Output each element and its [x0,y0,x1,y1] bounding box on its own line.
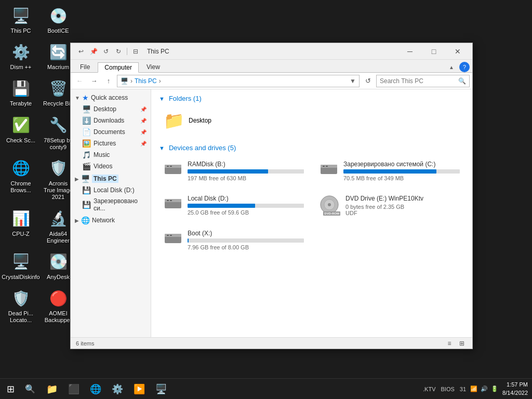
chrome-icon[interactable]: 🌐 Chrome Brows... [3,155,39,204]
refresh-button[interactable]: ↺ [362,75,374,87]
ramdisk-drive-icon [164,161,182,180]
taskbar-remote[interactable]: 🖥️ [151,379,171,400]
ramdisk-item[interactable]: RAMDisk (B:) 197 MB free of 630 MB [159,157,309,185]
boot-x-bar-fill [188,238,189,243]
nav-music[interactable]: 🎵 Music [71,149,151,161]
ribbon-right: ▲ ? [446,62,470,72]
78setup-label: 78Setup by conty9 [43,137,74,151]
svg-rect-19 [170,235,172,236]
nav-documents-label: Documents [94,128,125,136]
grid-view-button[interactable]: ⊞ [457,339,467,348]
desktop-folder-item[interactable]: 📁 Desktop [159,108,263,134]
dvd-e-info: DVD Drive (E:) WinPE10Ktv 0 bytes free o… [345,195,460,216]
start-button[interactable]: ⊞ [0,379,21,400]
ramdisk-bar-bg [188,169,304,174]
dvd-e-drive-icon: DVD-ROM [320,195,340,216]
search-input[interactable] [380,77,456,85]
nav-documents[interactable]: 📄 Documents 📌 [71,126,151,138]
nav-pictures-label: Pictures [94,140,116,147]
tab-file[interactable]: File [73,62,97,72]
start-icon: ⊞ [7,383,15,395]
taskbar-clock[interactable]: 1:57 PM 8/14/2022 [502,381,528,397]
search-box[interactable]: 🔍 [376,75,470,87]
this-pc-section: ▶ 🖥️ This PC 💾 Local Disk (D:) 💾 Зарезер… [71,173,151,214]
this-pc-icon[interactable]: 🖥️ This PC [3,3,39,37]
nav-downloads-label: Downloads [94,117,124,124]
list-view-button[interactable]: ≡ [444,339,455,348]
bios-label: BIOS [441,386,455,392]
nav-videos[interactable]: 🎬 Videos [71,161,151,172]
ribbon-expand[interactable]: ▲ [446,63,457,71]
nav-local-disk-label: Local Disk (D:) [94,187,135,194]
undo-btn[interactable]: ↺ [101,46,111,57]
terabyte-icon[interactable]: 💾 Terabyte [3,75,39,110]
this-pc-nav-header[interactable]: ▶ 🖥️ This PC [71,173,151,184]
minimize-button[interactable]: ─ [398,43,422,60]
ribbon-tabs: File Computer View ▲ ? [71,60,472,72]
quick-access-header[interactable]: ▼ ★ Quick access [71,92,151,103]
properties-btn[interactable]: ⊟ [130,46,141,57]
taskbar-settings[interactable]: ⚙️ [107,379,128,400]
desktop: 🖥️ This PC 💿 BootICE ⚙️ Dism ++ 🔄 Macriu… [0,0,532,399]
anydesk-icon[interactable]: 🖥️ CrystalDiskinfo [3,249,39,283]
dvd-e-item[interactable]: DVD-ROM DVD Drive (E:) WinPE10Ktv 0 byte… [315,191,464,220]
taskbar-search-button[interactable]: 🔍 [21,379,39,400]
this-pc-nav-icon: 🖥️ [81,175,90,183]
macrium-label: Macrium [47,64,69,71]
nav-zarezervovano[interactable]: 💾 Зарезервовано си... [71,196,151,214]
tab-view[interactable]: View [140,62,167,72]
address-box[interactable]: 🖥️ › This PC › ▼ [117,75,360,87]
boot-x-free: 7.96 GB free of 8.00 GB [188,244,304,250]
title-bar: ↩ 📌 ↺ ↻ ⊟ This PC ─ □ ✕ [71,43,472,60]
ramdisk-free: 197 MB free of 630 MB [188,175,304,181]
acronis-label: Acronis True Image 2021 [43,180,74,201]
taskbar: ⊞ 🔍 📁 ⬛ 🌐 ⚙️ ▶️ 🖥️ .KTV BIOS 31 📶 🔊 🔋 [0,378,532,399]
address-path: This PC [135,77,157,85]
drives-section-header[interactable]: ▼ Devices and drives (5) [159,144,464,152]
nav-music-icon: 🎵 [82,151,91,159]
help-button[interactable]: ? [459,62,470,72]
cpuz-icon[interactable]: 📊 CPU-Z [3,206,39,247]
bootice-icon[interactable]: 💿 BootICE [40,3,76,37]
nav-pictures[interactable]: 🖼️ Pictures 📌 [71,138,151,149]
aomei-icon[interactable]: 🛡️ Dead Pi... Locato... [3,285,39,326]
network-header[interactable]: ▶ 🌐 Network [71,215,151,226]
back-button[interactable]: ← [73,75,86,87]
aida64-label: Aida64 Engineer [43,231,74,244]
crystaldisk-label: AnyDesk [47,274,70,281]
network-tray-icon[interactable]: 📶 [470,385,477,392]
local-d-item[interactable]: Local Disk (D:) 25.0 GB free of 59.6 GB [159,191,309,220]
checksc-icon[interactable]: ✅ Check Sc... [3,112,39,153]
qa-btn-1[interactable]: ↩ [76,46,86,57]
crystaldisk-img: 💽 [48,251,69,272]
redo-btn[interactable]: ↻ [113,46,124,57]
desktop-folder-label: Desktop [189,117,211,124]
status-bar: 6 items ≡ ⊞ [71,337,472,349]
bootice-img: 💿 [48,5,69,26]
tab-computer[interactable]: Computer [98,62,139,73]
qa-btn-2[interactable]: 📌 [88,46,99,57]
quick-access-toolbar: ↩ 📌 ↺ ↻ ⊟ This PC [73,46,398,57]
nav-videos-icon: 🎬 [82,162,91,170]
svg-rect-6 [323,166,325,167]
taskbar-globe[interactable]: 🌐 [85,379,106,400]
close-button[interactable]: ✕ [446,43,470,60]
boot-x-drive-icon [164,230,182,249]
boot-x-item[interactable]: Boot (X:) 7.96 GB free of 8.00 GB [159,226,309,254]
taskbar-cmd[interactable]: ⬛ [63,379,84,400]
nav-downloads[interactable]: ⬇️ Downloads 📌 [71,115,151,126]
address-dropdown[interactable]: ▼ [350,77,356,85]
taskbar-file-explorer[interactable]: 📁 [42,379,62,400]
nav-local-disk[interactable]: 💾 Local Disk (D:) [71,184,151,196]
zarezervovano-c-item[interactable]: Зарезервировано системой (C:) 70.5 MB fr… [315,157,464,185]
taskbar-media[interactable]: ▶️ [129,379,150,400]
forward-button[interactable]: → [88,75,100,87]
checksc-label: Check Sc... [6,137,35,144]
folders-section-header[interactable]: ▼ Folders (1) [159,95,464,102]
volume-icon[interactable]: 🔊 [481,385,488,392]
up-button[interactable]: ↑ [102,75,115,87]
dism-icon[interactable]: ⚙️ Dism ++ [3,39,39,73]
maximize-button[interactable]: □ [422,43,446,60]
nav-desktop[interactable]: 🖥️ Desktop 📌 [71,103,151,115]
diskgenius-label: AOMEI Backupper [43,310,74,324]
